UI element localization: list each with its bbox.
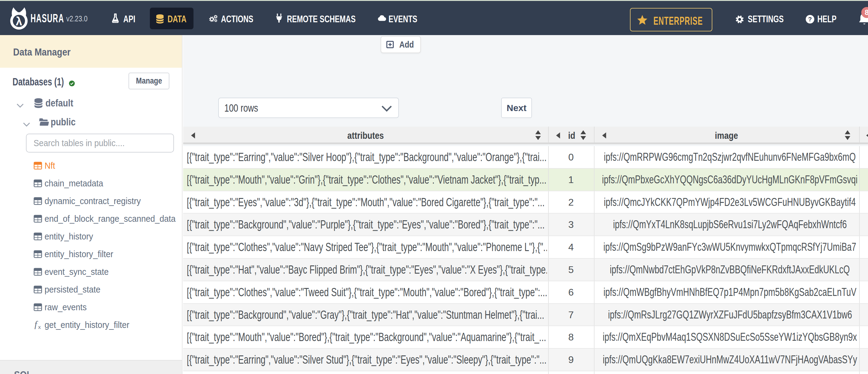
svg-text:?: ? xyxy=(808,16,812,23)
svg-text:f: f xyxy=(34,321,38,329)
svg-text:x: x xyxy=(38,324,41,329)
svg-text:λ: λ xyxy=(16,15,22,28)
